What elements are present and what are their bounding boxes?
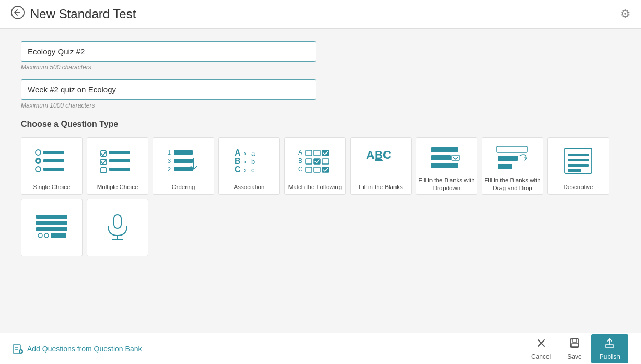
title-field: Maximum 500 characters — [21, 41, 620, 71]
svg-rect-60 — [36, 221, 67, 225]
svg-text:A: A — [366, 148, 375, 161]
svg-point-62 — [38, 233, 42, 238]
svg-point-5 — [37, 159, 40, 162]
svg-text:1: 1 — [168, 149, 171, 156]
fill-blanks-label: Fill in the Blanks — [359, 183, 403, 191]
svg-rect-76 — [570, 339, 579, 347]
svg-text:›: › — [244, 149, 246, 157]
svg-rect-58 — [568, 169, 581, 172]
svg-text:2: 2 — [168, 166, 171, 172]
svg-rect-13 — [101, 168, 106, 173]
svg-rect-40 — [306, 167, 312, 172]
back-icon[interactable] — [10, 5, 25, 23]
save-button[interactable]: Save — [560, 334, 589, 363]
svg-rect-12 — [109, 159, 130, 162]
question-type-mixed[interactable] — [21, 199, 83, 256]
svg-rect-59 — [36, 215, 67, 219]
svg-rect-18 — [174, 159, 193, 163]
question-type-multiple-choice[interactable]: Multiple Choice — [87, 137, 148, 195]
publish-icon — [604, 337, 615, 351]
svg-rect-47 — [431, 147, 458, 152]
question-type-single-choice[interactable]: Single Choice — [21, 137, 83, 195]
svg-point-63 — [44, 233, 49, 238]
svg-rect-38 — [322, 159, 329, 164]
svg-rect-48 — [431, 155, 451, 160]
ordering-label: Ordering — [172, 183, 195, 191]
svg-rect-65 — [114, 215, 121, 228]
svg-text:B: B — [298, 157, 302, 165]
svg-rect-3 — [43, 151, 64, 154]
svg-text:A: A — [298, 149, 302, 156]
svg-text:›: › — [244, 158, 246, 166]
svg-rect-77 — [573, 339, 577, 342]
question-type-fill-blanks-drag[interactable]: Fill in the Blanks with Drag and Drop — [482, 137, 543, 195]
svg-rect-21 — [174, 167, 193, 171]
svg-rect-36 — [306, 159, 312, 164]
svg-rect-79 — [605, 345, 614, 347]
cancel-button[interactable]: Cancel — [524, 334, 558, 363]
svg-rect-52 — [498, 156, 518, 161]
publish-label: Publish — [600, 353, 620, 360]
svg-rect-64 — [51, 233, 66, 238]
svg-rect-10 — [109, 151, 130, 154]
question-type-association[interactable]: A › a B › b C › c Association — [218, 137, 280, 195]
cancel-icon — [535, 337, 547, 351]
multiple-choice-label: Multiple Choice — [97, 183, 138, 191]
svg-rect-56 — [568, 159, 589, 161]
question-types-grid: Single Choice Multiple Cho — [21, 137, 620, 256]
svg-rect-32 — [306, 150, 312, 156]
save-label: Save — [567, 353, 581, 360]
association-label: Association — [234, 183, 265, 191]
question-type-ordering[interactable]: 1 3 2 Ordering — [153, 137, 214, 195]
question-type-descriptive[interactable]: Descriptive — [547, 137, 609, 195]
svg-rect-8 — [43, 168, 64, 171]
svg-rect-57 — [568, 164, 589, 167]
svg-text:B: B — [235, 157, 241, 166]
svg-rect-50 — [431, 163, 458, 168]
svg-rect-6 — [43, 159, 64, 162]
description-hint: Maximum 1000 characters — [21, 102, 620, 109]
svg-text:C: C — [298, 166, 303, 173]
question-type-fill-blanks-dropdown[interactable]: Fill in the Blanks with Dropdown — [416, 137, 477, 195]
fill-blanks-dropdown-label: Fill in the Blanks with Dropdown — [418, 177, 475, 192]
main-content: Maximum 500 characters Maximum 1000 char… — [0, 29, 641, 333]
svg-rect-41 — [314, 167, 320, 172]
question-type-audio[interactable] — [87, 199, 148, 256]
publish-button[interactable]: Publish — [591, 334, 628, 363]
svg-text:3: 3 — [168, 158, 171, 164]
add-questions-label: Add Questions from Question Bank — [27, 345, 142, 353]
question-type-fill-blanks[interactable]: A B C Fill in the Blanks — [350, 137, 412, 195]
svg-rect-14 — [109, 168, 130, 171]
footer-actions: Cancel Save Publish — [524, 334, 628, 363]
svg-text:C: C — [235, 165, 241, 174]
section-title: Choose a Question Type — [21, 120, 620, 129]
cancel-label: Cancel — [531, 353, 551, 360]
fill-blanks-drag-label: Fill in the Blanks with Drag and Drop — [484, 177, 541, 192]
svg-point-2 — [36, 150, 41, 155]
title-hint: Maximum 500 characters — [21, 64, 620, 71]
svg-text:C: C — [383, 148, 391, 161]
save-icon — [569, 337, 580, 351]
svg-text:b: b — [251, 158, 255, 166]
question-type-match-following[interactable]: A B C — [284, 137, 346, 195]
svg-rect-61 — [36, 227, 67, 231]
svg-text:a: a — [251, 149, 255, 157]
descriptive-label: Descriptive — [564, 183, 593, 191]
svg-rect-19 — [193, 158, 194, 169]
single-choice-label: Single Choice — [33, 183, 71, 191]
svg-rect-51 — [497, 146, 527, 152]
description-input[interactable] — [21, 79, 316, 100]
svg-point-7 — [36, 167, 41, 172]
svg-text:›: › — [244, 166, 246, 174]
svg-rect-78 — [571, 344, 578, 347]
add-questions-btn[interactable]: Add Questions from Question Bank — [13, 344, 142, 354]
page-title: New Standard Test — [30, 7, 136, 21]
title-input[interactable] — [21, 41, 316, 62]
svg-rect-53 — [498, 164, 512, 169]
header: New Standard Test ⚙ — [0, 0, 641, 29]
settings-icon[interactable]: ⚙ — [620, 7, 631, 21]
svg-rect-33 — [314, 150, 320, 156]
svg-rect-55 — [568, 154, 589, 156]
footer: Add Questions from Question Bank Cancel — [0, 333, 641, 364]
question-types-section: Choose a Question Type Single Choice — [21, 120, 620, 256]
